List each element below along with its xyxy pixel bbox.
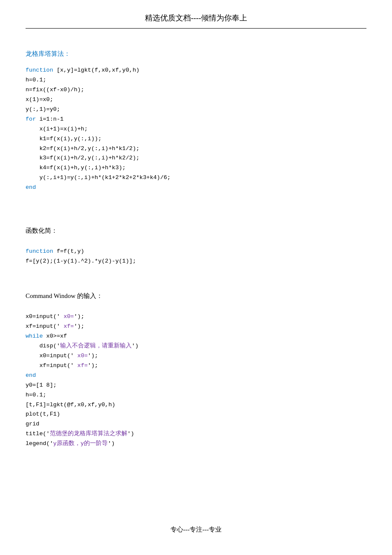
code-line: x0=input(' x0=');	[26, 312, 366, 322]
code-line: while x0>=xf	[26, 332, 366, 341]
code-line: h=0.1;	[26, 75, 366, 85]
var: xf=	[63, 323, 74, 330]
var: x0=	[63, 313, 74, 320]
code-line: x0=input(' x0=');	[26, 351, 366, 361]
section2: 函数化简： function f=f(t,y) f=[y(2);(1-y(1).…	[26, 227, 366, 266]
code-line: function [x,y]=lgkt(f,x0,xf,y0,h)	[26, 66, 366, 75]
keyword: for	[26, 116, 36, 122]
section1: 龙格库塔算法： function [x,y]=lgkt(f,x0,xf,y0,h…	[26, 50, 366, 193]
section1-title: 龙格库塔算法：	[26, 50, 366, 58]
var: xf=	[78, 362, 88, 369]
code-line: k4=f(x(i)+h,y(:,i)+h*k3);	[26, 163, 366, 173]
section1-code: function [x,y]=lgkt(f,x0,xf,y0,h) h=0.1;…	[26, 66, 366, 193]
keyword: while	[26, 333, 43, 339]
code-line: legend('y原函数，y的一阶导')	[26, 439, 366, 449]
section3-code: x0=input(' x0='); xf=input(' xf='); whil…	[26, 312, 366, 449]
section2-code: function f=f(t,y) f=[y(2);(1-y(1).^2).*y…	[26, 247, 366, 266]
section3: Command Window 的输入： x0=input(' x0='); xf…	[26, 292, 366, 449]
code-line: function f=f(t,y)	[26, 247, 366, 257]
code-line: title('范德堡的龙格库塔算法之求解')	[26, 429, 366, 439]
string: 范德堡的龙格库塔算法之求解	[50, 431, 127, 437]
code-line: f=[y(2);(1-y(1).^2).*y(2)-y(1)];	[26, 257, 366, 266]
code-line: h=0.1;	[26, 390, 366, 400]
code-line: y(:,1)=y0;	[26, 105, 366, 115]
code-line: xf=input(' xf=');	[26, 361, 366, 371]
footer: 专心---专注---专业	[0, 513, 392, 542]
string: 原函数，	[57, 440, 81, 447]
code-line: n=fix((xf-x0)/h);	[26, 85, 366, 95]
string: 输入不合逻辑，请重新输入	[60, 343, 132, 349]
footer-text: 专心---专注---专业	[170, 526, 222, 533]
var: y	[53, 440, 57, 447]
var: x0=	[78, 353, 88, 359]
code-line: k2=f(x(i)+h/2,y(:,i)+h*k1/2);	[26, 144, 366, 154]
header: 精选优质文档----倾情为你奉上	[26, 0, 366, 29]
code-line: k1=f(x(i),y(:,i));	[26, 134, 366, 144]
page: 精选优质文档----倾情为你奉上 龙格库塔算法： function [x,y]=…	[0, 0, 392, 555]
code-line: x(1)=x0;	[26, 95, 366, 105]
keyword: function	[26, 248, 53, 254]
code-line: disp('输入不合逻辑，请重新输入')	[26, 341, 366, 351]
code-line: end	[26, 371, 366, 381]
code-line: k3=f(x(i)+h/2,y(:,i)+h*k2/2);	[26, 153, 366, 163]
code-line: xf=input(' xf=');	[26, 322, 366, 332]
code-line: grid	[26, 419, 366, 429]
code-line: y(:,i+1)=y(:,i)+h*(k1+2*k2+2*k3+k4)/6;	[26, 173, 366, 183]
keyword: end	[26, 372, 36, 379]
code-line: y0=[1 8];	[26, 381, 366, 390]
keyword: function	[26, 67, 53, 73]
code-line: for i=1:n-1	[26, 115, 366, 124]
keyword: end	[26, 184, 36, 191]
code-line: x(i+1)=x(i)+h;	[26, 124, 366, 134]
var: y	[81, 440, 84, 447]
string: 的一阶导	[84, 440, 108, 447]
header-title: 精选优质文档----倾情为你奉上	[145, 14, 247, 22]
code-line: [t,F1]=lgkt(@f,x0,xf,y0,h)	[26, 400, 366, 410]
code-line: plot(t,F1)	[26, 410, 366, 419]
section2-title: 函数化简：	[26, 227, 366, 235]
code-line: end	[26, 183, 366, 193]
section3-title: Command Window 的输入：	[26, 292, 366, 300]
